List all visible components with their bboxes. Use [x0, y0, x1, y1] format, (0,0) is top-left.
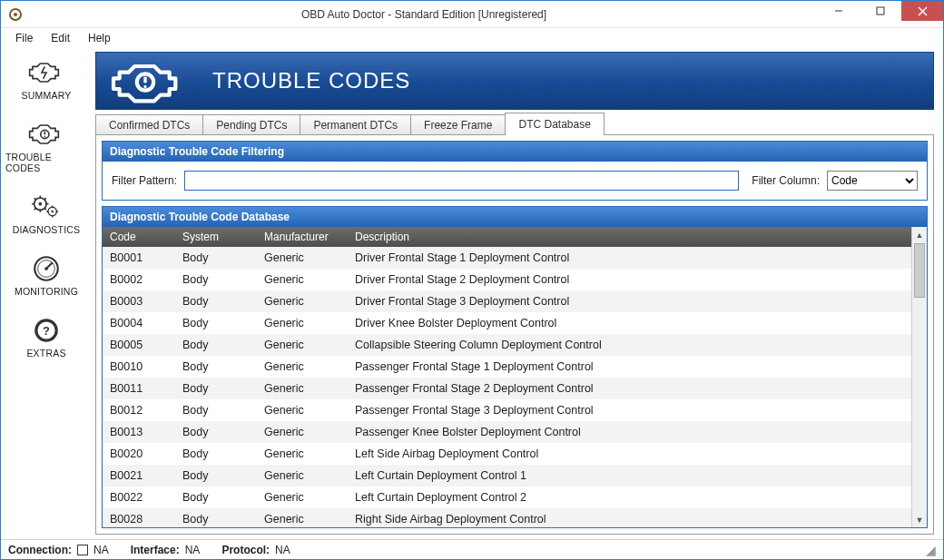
status-protocol-value: NA — [275, 544, 290, 556]
tab-permanent-dtcs[interactable]: Permanent DTCs — [300, 114, 411, 135]
resize-grip-icon[interactable]: ◢ — [926, 543, 936, 557]
cell-system: Body — [175, 382, 257, 395]
cell-description: Driver Knee Bolster Deployment Control — [348, 317, 911, 329]
tab-freeze-frame[interactable]: Freeze Frame — [410, 114, 506, 135]
cell-manufacturer: Generic — [257, 317, 348, 329]
scroll-thumb[interactable] — [914, 243, 925, 298]
cell-manufacturer: Generic — [257, 426, 348, 438]
svg-point-10 — [39, 202, 43, 206]
cell-description: Driver Frontal Stage 1 Deployment Contro… — [348, 251, 911, 264]
table-row[interactable]: B0001BodyGenericDriver Frontal Stage 1 D… — [103, 247, 911, 269]
menu-edit[interactable]: Edit — [44, 30, 77, 46]
col-description[interactable]: Description — [348, 231, 911, 243]
cell-description: Passenger Frontal Stage 1 Deployment Con… — [348, 360, 911, 373]
tab-confirmed-dtcs[interactable]: Confirmed DTCs — [95, 114, 203, 135]
svg-point-28 — [44, 267, 48, 270]
cell-system: Body — [175, 469, 257, 482]
table-row[interactable]: B0012BodyGenericPassenger Frontal Stage … — [103, 399, 911, 421]
minimize-button[interactable] — [818, 1, 860, 21]
cell-manufacturer: Generic — [257, 513, 348, 526]
tab-pending-dtcs[interactable]: Pending DTCs — [202, 114, 300, 135]
scroll-down-icon[interactable]: ▼ — [912, 512, 927, 527]
table-row[interactable]: B0002BodyGenericDriver Frontal Stage 2 D… — [103, 269, 911, 290]
menu-help[interactable]: Help — [81, 30, 118, 46]
connection-checkbox[interactable] — [77, 545, 88, 555]
cell-system: Body — [175, 491, 257, 504]
cell-code: B0011 — [103, 382, 175, 395]
question-icon: ? — [28, 317, 64, 344]
sidebar-item-label: MONITORING — [15, 286, 78, 297]
status-protocol: Protocol: NA — [221, 544, 290, 556]
col-code[interactable]: Code — [103, 231, 175, 243]
database-panel-title: Diagnostic Trouble Code Database — [103, 207, 927, 227]
status-protocol-label: Protocol: — [221, 544, 270, 556]
cell-system: Body — [175, 513, 257, 526]
table-row[interactable]: B0003BodyGenericDriver Frontal Stage 3 D… — [103, 290, 911, 312]
cell-code: B0028 — [103, 513, 175, 526]
scroll-up-icon[interactable]: ▲ — [912, 227, 927, 242]
table-row[interactable]: B0005BodyGenericCollapsible Steering Col… — [103, 334, 911, 356]
cell-description: Collapsible Steering Column Deployment C… — [348, 339, 911, 351]
col-manufacturer[interactable]: Manufacturer — [257, 231, 348, 243]
table-row[interactable]: B0021BodyGenericLeft Curtain Deployment … — [103, 465, 911, 486]
cell-description: Passenger Frontal Stage 2 Deployment Con… — [348, 382, 911, 395]
cell-code: B0013 — [103, 426, 175, 438]
cell-manufacturer: Generic — [257, 404, 348, 417]
cell-manufacturer: Generic — [257, 273, 348, 286]
cell-description: Left Side Airbag Deployment Control — [348, 447, 911, 460]
svg-rect-3 — [877, 7, 884, 15]
svg-line-18 — [44, 198, 46, 200]
table-row[interactable]: B0020BodyGenericLeft Side Airbag Deploym… — [103, 443, 911, 465]
table-row[interactable]: B0028BodyGenericRight Side Airbag Deploy… — [103, 508, 911, 527]
sidebar-item-label: TROUBLE CODES — [5, 152, 87, 173]
table-row[interactable]: B0010BodyGenericPassenger Frontal Stage … — [103, 356, 911, 378]
titlebar: OBD Auto Doctor - Standard Edition [Unre… — [1, 1, 943, 28]
table-row[interactable]: B0013BodyGenericPassenger Knee Bolster D… — [103, 421, 911, 443]
status-connection-value: NA — [93, 544, 109, 556]
cell-description: Passenger Frontal Stage 3 Deployment Con… — [348, 404, 911, 417]
grid-header: Code System Manufacturer Description — [103, 227, 911, 247]
cell-manufacturer: Generic — [257, 339, 348, 351]
cell-code: B0002 — [103, 273, 175, 286]
cell-description: Right Side Airbag Deployment Control — [348, 513, 911, 526]
sidebar-item-monitoring[interactable]: MONITORING — [5, 250, 87, 302]
col-system[interactable]: System — [175, 231, 257, 243]
cell-system: Body — [175, 426, 257, 438]
tab-dtc-database[interactable]: DTC Database — [505, 113, 604, 135]
cell-description: Driver Frontal Stage 2 Deployment Contro… — [348, 273, 911, 286]
cell-description: Driver Frontal Stage 3 Deployment Contro… — [348, 295, 911, 308]
sidebar-item-summary[interactable]: SUMMARY — [5, 54, 87, 106]
menu-file[interactable]: File — [8, 30, 40, 46]
table-row[interactable]: B0004BodyGenericDriver Knee Bolster Depl… — [103, 312, 911, 334]
cell-system: Body — [175, 295, 257, 308]
status-interface-value: NA — [185, 544, 201, 556]
tab-panel: Diagnostic Trouble Code Filtering Filter… — [95, 134, 934, 535]
cell-manufacturer: Generic — [257, 251, 348, 264]
status-bar: Connection: NA Interface: NA Protocol: N… — [1, 539, 943, 559]
database-panel: Diagnostic Trouble Code Database Code Sy… — [102, 206, 928, 528]
sidebar-item-extras[interactable]: ? EXTRAS — [5, 311, 87, 364]
sidebar-item-trouble-codes[interactable]: TROUBLE CODES — [5, 115, 87, 179]
filter-pattern-label: Filter Pattern: — [112, 174, 177, 187]
vertical-scrollbar[interactable]: ▲ ▼ — [911, 227, 927, 527]
cell-code: B0022 — [103, 491, 175, 504]
dtc-grid: Code System Manufacturer Description B00… — [103, 227, 911, 527]
main-area: SUMMARY TROUBLE CODES DIAGNOSTICS — [1, 48, 943, 539]
cell-code: B0001 — [103, 251, 175, 264]
table-row[interactable]: B0022BodyGenericLeft Curtain Deployment … — [103, 486, 911, 508]
sidebar-item-diagnostics[interactable]: DIAGNOSTICS — [5, 188, 87, 241]
maximize-button[interactable] — [860, 1, 901, 21]
engine-warning-icon — [28, 121, 64, 148]
gauge-icon — [28, 255, 64, 282]
status-interface: Interface: NA — [131, 544, 201, 556]
gears-icon — [28, 193, 64, 221]
table-row[interactable]: B0011BodyGenericPassenger Frontal Stage … — [103, 378, 911, 399]
filter-pattern-input[interactable] — [184, 171, 739, 191]
close-button[interactable] — [901, 1, 943, 21]
filter-column-select[interactable]: Code — [827, 171, 918, 191]
filter-panel: Diagnostic Trouble Code Filtering Filter… — [102, 141, 928, 201]
svg-text:?: ? — [43, 324, 50, 338]
cell-system: Body — [175, 251, 257, 264]
filter-column-label: Filter Column: — [752, 174, 820, 187]
cell-manufacturer: Generic — [257, 447, 348, 460]
